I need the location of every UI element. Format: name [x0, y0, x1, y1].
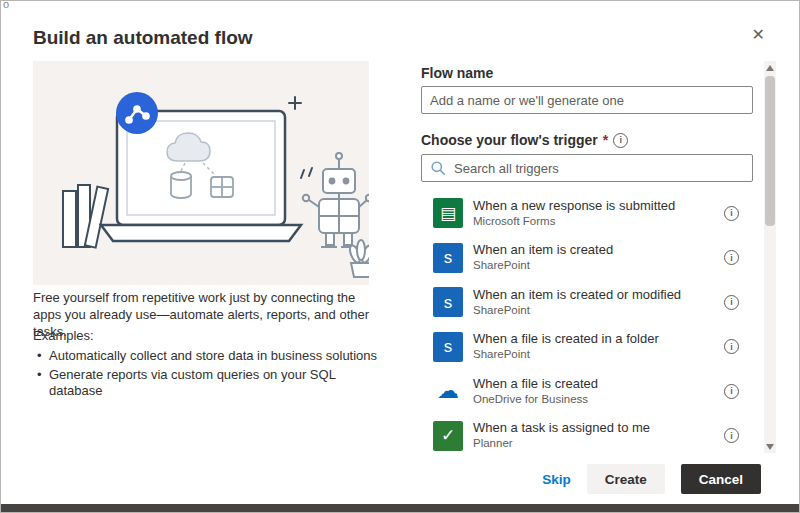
examples-list: Automatically collect and store data in …	[33, 348, 385, 399]
onedrive-icon: ☁	[433, 376, 463, 406]
trigger-title: When a task is assigned to me	[473, 420, 650, 436]
cancel-button[interactable]: Cancel	[681, 464, 761, 494]
trigger-list-scrollbar[interactable]	[764, 61, 776, 453]
trigger-service: Planner	[473, 436, 650, 451]
required-asterisk: *	[603, 132, 608, 148]
microsoft-forms-icon: ▤	[433, 198, 463, 228]
trigger-service: OneDrive for Business	[473, 392, 598, 407]
trigger-text: When a file is created OneDrive for Busi…	[473, 376, 598, 407]
trigger-text: When a new response is submitted Microso…	[473, 198, 675, 229]
search-triggers-input[interactable]	[421, 154, 753, 182]
search-icon	[430, 160, 446, 176]
example-item: Generate reports via custom queries on y…	[33, 367, 385, 400]
background-bottom-strip	[1, 504, 799, 512]
info-icon[interactable]: i	[724, 339, 739, 354]
dialog-footer: Skip Create Cancel	[542, 464, 761, 494]
trigger-search	[421, 154, 753, 182]
examples-heading: Examples:	[33, 328, 385, 344]
trigger-service: SharePoint	[473, 258, 613, 273]
trigger-title: When a file is created	[473, 376, 598, 392]
sharepoint-icon: s	[433, 287, 463, 317]
info-icon[interactable]: i	[724, 295, 739, 310]
example-item: Automatically collect and store data in …	[33, 348, 385, 364]
flow-name-input[interactable]	[421, 86, 753, 114]
trigger-row-onedrive-file-created[interactable]: ☁ When a file is created OneDrive for Bu…	[421, 369, 753, 414]
sharepoint-icon: s	[433, 332, 463, 362]
scroll-up-icon[interactable]	[764, 61, 776, 74]
info-icon[interactable]: i	[724, 428, 739, 443]
sharepoint-icon-glyph: s	[444, 249, 453, 266]
flow-name-label: Flow name	[421, 65, 493, 81]
onedrive-icon-glyph: ☁	[437, 380, 459, 402]
trigger-text: When a file is created in a folder Share…	[473, 331, 659, 362]
planner-icon-glyph: ✓	[441, 427, 455, 444]
trigger-title: When a file is created in a folder	[473, 331, 659, 347]
trigger-list: ▤ When a new response is submitted Micro…	[421, 191, 753, 453]
planner-icon: ✓	[433, 421, 463, 451]
background-page-fragment: o	[3, 0, 9, 10]
trigger-title: When an item is created	[473, 242, 613, 258]
flow-illustration	[33, 61, 369, 285]
trigger-info-icon[interactable]: i	[613, 133, 628, 148]
scroll-down-icon[interactable]	[764, 440, 776, 453]
trigger-service: Microsoft Forms	[473, 214, 675, 229]
trigger-service: SharePoint	[473, 303, 681, 318]
info-icon[interactable]: i	[724, 250, 739, 265]
trigger-row-forms-response[interactable]: ▤ When a new response is submitted Micro…	[421, 191, 753, 236]
laptop-robot-illustration	[33, 61, 369, 285]
examples-section: Examples: Automatically collect and stor…	[33, 328, 385, 401]
trigger-text: When an item is created or modified Shar…	[473, 287, 681, 318]
trigger-text: When a task is assigned to me Planner	[473, 420, 650, 451]
sharepoint-icon-glyph: s	[444, 338, 453, 355]
trigger-title: When a new response is submitted	[473, 198, 675, 214]
create-button[interactable]: Create	[587, 464, 665, 494]
sharepoint-icon: s	[433, 243, 463, 273]
trigger-title: When an item is created or modified	[473, 287, 681, 303]
close-icon[interactable]: ✕	[752, 27, 765, 43]
scrollbar-thumb[interactable]	[765, 76, 775, 226]
build-automated-flow-dialog: o Build an automated flow ✕	[0, 0, 800, 513]
trigger-service: SharePoint	[473, 347, 659, 362]
info-icon[interactable]: i	[724, 384, 739, 399]
skip-button[interactable]: Skip	[542, 472, 571, 487]
trigger-label: Choose your flow's trigger	[421, 132, 598, 148]
trigger-row-sharepoint-item-created[interactable]: s When an item is created SharePoint i	[421, 236, 753, 281]
forms-icon-glyph: ▤	[440, 205, 456, 222]
trigger-row-sharepoint-item-modified[interactable]: s When an item is created or modified Sh…	[421, 280, 753, 325]
trigger-row-sharepoint-file-folder[interactable]: s When a file is created in a folder Sha…	[421, 325, 753, 370]
dialog-title: Build an automated flow	[33, 27, 253, 49]
trigger-label-row: Choose your flow's trigger * i	[421, 132, 628, 148]
trigger-text: When an item is created SharePoint	[473, 242, 613, 273]
trigger-row-planner-task-assigned[interactable]: ✓ When a task is assigned to me Planner …	[421, 414, 753, 454]
info-icon[interactable]: i	[724, 206, 739, 221]
sharepoint-icon-glyph: s	[444, 294, 453, 311]
